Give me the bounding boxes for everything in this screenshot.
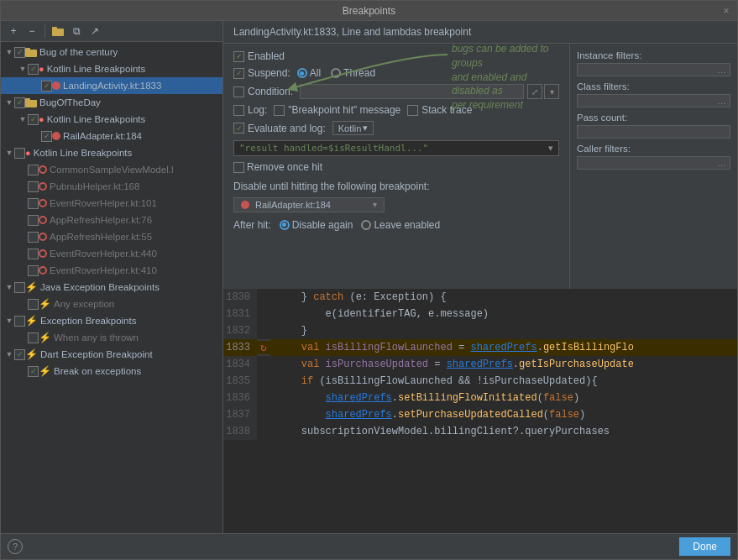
checkbox-kotlin-3[interactable] — [14, 148, 25, 159]
instance-filter-button[interactable]: … — [717, 65, 726, 75]
kotlin-icon: ● — [39, 64, 44, 74]
checkbox-app-refresh-2[interactable] — [28, 232, 39, 243]
copy-button[interactable]: ⧉ — [69, 24, 84, 39]
pass-count-field[interactable] — [581, 127, 726, 137]
tree-item-rail-adapter[interactable]: RailAdapter.kt:184 — [1, 128, 222, 144]
export-button[interactable]: ↗ — [87, 24, 102, 39]
suspend-checkbox[interactable] — [233, 68, 244, 79]
disable-until-dropdown[interactable]: RailAdapter.kt:184 ▾ — [233, 197, 385, 212]
tree-item-landing-activity[interactable]: LandingActivity.kt:1833 — [1, 77, 222, 94]
remove-check: Remove once hit — [233, 161, 326, 173]
tree-item-pubnub[interactable]: PubnubHelper.kt:168 — [1, 178, 222, 195]
code-line-1832: 1832 } — [223, 322, 737, 339]
line-number: 1833 — [223, 339, 257, 356]
tree-item-app-refresh[interactable]: AppRefreshHelper.kt:76 — [1, 212, 222, 228]
line-marker: ↻ — [257, 341, 270, 354]
remove-button[interactable]: − — [24, 24, 39, 39]
line-content: sharedPrefs.setBillingFlowInitiated(fals… — [270, 390, 579, 406]
leave-enabled-dot — [361, 220, 371, 230]
checkbox-common[interactable] — [28, 165, 39, 175]
expand-arrow: ▼ — [4, 149, 14, 157]
evaluate-label: Evaluate and log: — [248, 123, 326, 134]
red-dot-icon — [52, 81, 60, 90]
checkbox-when-any[interactable] — [28, 332, 39, 343]
checkbox-event3[interactable] — [28, 265, 39, 276]
checkbox-bug-century[interactable] — [14, 47, 25, 58]
caller-filter-section: Caller filters: … — [577, 144, 730, 170]
tree-item-kotlin-bp-2[interactable]: ▼ ● Kotlin Line Breakpoints — [1, 111, 222, 128]
tree-item-event-rover-3[interactable]: EventRoverHelper.kt:410 — [1, 262, 222, 279]
red-outline-icon — [39, 266, 47, 275]
tree-item-bug-of-day[interactable]: ▼ BugOfTheDay — [1, 94, 222, 111]
tree-item-app-refresh-2[interactable]: AppRefreshHelper.kt:55 — [1, 228, 222, 245]
svg-rect-3 — [25, 48, 30, 51]
tree-item-break-exceptions[interactable]: ⚡ Break on exceptions — [1, 363, 222, 379]
disable-until-label: Disable until hitting the following brea… — [233, 181, 429, 192]
leave-enabled-radio[interactable]: Leave enabled — [361, 219, 443, 231]
eval-text-value: "result handled=$isResultHandl..." — [239, 143, 545, 154]
tree-item-label: Dart Exception Breakpoint — [40, 349, 153, 359]
class-filter-section: Class filters: … — [577, 81, 730, 107]
eval-dropdown-button[interactable]: ▾ — [548, 143, 553, 154]
remove-row: Remove once hit — [233, 161, 559, 175]
checkbox-java-ex[interactable] — [14, 282, 25, 293]
tree-item-event-rover-2[interactable]: EventRoverHelper.kt:440 — [1, 245, 222, 262]
tree-item-label: Kotlin Line Breakpoints — [34, 148, 133, 158]
class-filter-button[interactable]: … — [717, 96, 726, 106]
tree-item-any-exception[interactable]: ⚡ Any exception — [1, 296, 222, 312]
kotlin-dropdown[interactable]: Kotlin ▾ — [332, 121, 374, 135]
checkbox-event2[interactable] — [28, 249, 39, 259]
folder-button[interactable] — [50, 24, 65, 39]
tree-item-label: EventRoverHelper.kt:101 — [50, 198, 157, 208]
stack-trace-checkbox[interactable] — [407, 105, 418, 116]
tree-item-label: When any is thrown — [54, 332, 139, 343]
done-button[interactable]: Done — [679, 537, 730, 556]
checkbox-landing[interactable] — [41, 81, 52, 92]
breakpoint-hit-checkbox[interactable] — [274, 105, 285, 116]
help-button[interactable]: ? — [8, 539, 23, 554]
instance-filter-label: Instance filters: — [577, 50, 730, 60]
breakpoint-header: LandingActivity.kt:1833, Line and lambda… — [223, 21, 737, 44]
condition-checkbox[interactable] — [233, 86, 244, 97]
close-button[interactable]: × — [720, 5, 732, 17]
checkbox-pubnub[interactable] — [28, 181, 39, 192]
lightning-icon: ⚡ — [25, 348, 38, 360]
line-content: if (isBillingFlowLaunched && !isPurchase… — [270, 373, 598, 390]
tree-item-when-any[interactable]: ⚡ When any is thrown — [1, 329, 222, 346]
tree-item-exception-bp[interactable]: ▼ ⚡ Exception Breakpoints — [1, 312, 222, 329]
caller-filter-input: … — [577, 156, 730, 170]
remove-checkbox[interactable] — [233, 162, 244, 173]
disable-again-radio[interactable]: Disable again — [280, 219, 357, 231]
tree-item-label: Break on exceptions — [54, 366, 141, 376]
checkbox-app-refresh[interactable] — [28, 215, 39, 226]
checkbox-kotlin-bp-2[interactable] — [28, 114, 39, 125]
tree-item-common-sample[interactable]: CommonSampleViewModel.l — [1, 161, 222, 178]
line-content: subscriptionViewModel.billingClient?.que… — [270, 423, 610, 440]
add-button[interactable]: + — [6, 24, 21, 39]
instance-input[interactable] — [581, 65, 717, 75]
checkbox-dart-ex[interactable] — [14, 349, 25, 360]
checkbox-bug-day[interactable] — [14, 97, 25, 108]
svg-rect-5 — [25, 98, 30, 102]
checkbox-any-ex[interactable] — [28, 299, 39, 310]
checkbox-event1[interactable] — [28, 198, 39, 209]
caller-input[interactable] — [581, 158, 717, 168]
enabled-checkbox[interactable] — [233, 51, 244, 62]
tree-item-kotlin-bp-3[interactable]: ▼ ● Kotlin Line Breakpoints — [1, 144, 222, 161]
caller-filter-button[interactable]: … — [717, 158, 726, 168]
checkbox-exception-bp[interactable] — [14, 316, 25, 327]
checkbox-break-ex[interactable] — [28, 366, 39, 377]
tree-item-event-rover-1[interactable]: EventRoverHelper.kt:101 — [1, 195, 222, 212]
tree-item-dart-exception[interactable]: ▼ ⚡ Dart Exception Breakpoint — [1, 346, 222, 363]
checkbox-kotlin-bp-1[interactable] — [28, 64, 39, 75]
checkbox-rail[interactable] — [41, 131, 52, 142]
expand-arrow: ▼ — [4, 350, 14, 359]
code-line-1833: 1833 ↻ val isBillingFlowLaunched = share… — [223, 339, 737, 356]
class-filter-input: … — [577, 94, 730, 107]
class-input[interactable] — [581, 96, 717, 106]
evaluate-checkbox[interactable] — [233, 123, 244, 133]
log-checkbox[interactable] — [233, 105, 244, 116]
tree-item-bug-century[interactable]: ▼ Bug of the century — [1, 44, 222, 60]
tree-item-kotlin-bp-1[interactable]: ▼ ● Kotlin Line Breakpoints — [1, 60, 222, 77]
tree-item-java-exception[interactable]: ▼ ⚡ Java Exception Breakpoints — [1, 279, 222, 296]
